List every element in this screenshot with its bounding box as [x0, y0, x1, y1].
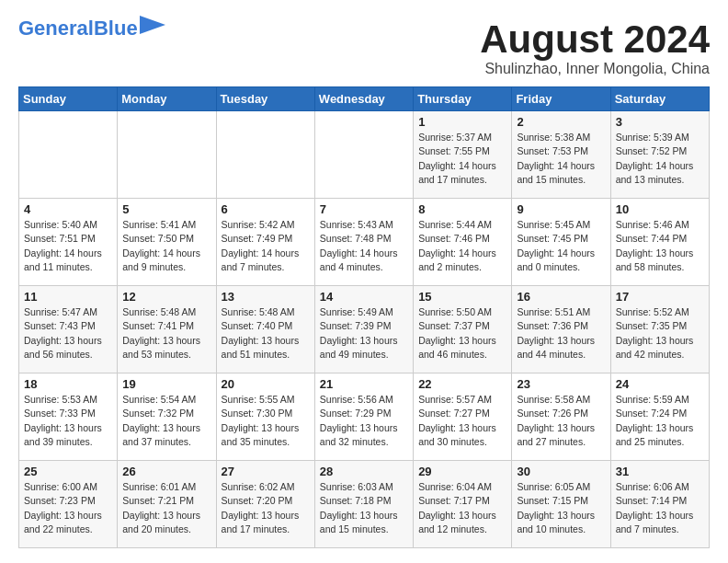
day-number: 21 [320, 377, 408, 391]
weekday-header-saturday: Saturday [610, 87, 709, 111]
calendar-cell: 13Sunrise: 5:48 AMSunset: 7:40 PMDayligh… [216, 286, 314, 373]
calendar-cell: 6Sunrise: 5:42 AMSunset: 7:49 PMDaylight… [216, 199, 314, 286]
day-info: Sunrise: 5:50 AMSunset: 7:37 PMDaylight:… [418, 305, 506, 362]
day-number: 6 [222, 202, 310, 216]
day-info: Sunrise: 6:05 AMSunset: 7:15 PMDaylight:… [517, 480, 605, 536]
calendar-cell: 14Sunrise: 5:49 AMSunset: 7:39 PMDayligh… [314, 286, 413, 373]
day-info: Sunrise: 5:54 AMSunset: 7:32 PMDaylight:… [122, 393, 210, 449]
day-number: 10 [616, 202, 704, 216]
day-number: 30 [517, 465, 605, 478]
weekday-header-friday: Friday [512, 87, 610, 111]
day-info: Sunrise: 5:57 AMSunset: 7:27 PMDaylight:… [418, 393, 506, 449]
calendar-cell: 26Sunrise: 6:01 AMSunset: 7:21 PMDayligh… [118, 461, 216, 548]
location-subtitle: Shulinzhao, Inner Mongolia, China [480, 61, 710, 77]
day-info: Sunrise: 5:56 AMSunset: 7:29 PMDaylight:… [320, 393, 408, 449]
svg-marker-0 [140, 16, 165, 34]
day-number: 7 [320, 202, 408, 216]
calendar-cell: 4Sunrise: 5:40 AMSunset: 7:51 PMDaylight… [19, 199, 118, 286]
calendar-cell: 29Sunrise: 6:04 AMSunset: 7:17 PMDayligh… [414, 461, 512, 548]
day-number: 3 [616, 115, 704, 129]
day-number: 13 [222, 290, 310, 304]
weekday-header-thursday: Thursday [414, 87, 512, 111]
logo: GeneralBlue [18, 18, 165, 39]
day-number: 2 [517, 115, 605, 129]
calendar-cell: 20Sunrise: 5:55 AMSunset: 7:30 PMDayligh… [216, 373, 314, 461]
calendar-cell: 7Sunrise: 5:43 AMSunset: 7:48 PMDaylight… [314, 199, 413, 286]
day-number: 28 [320, 465, 408, 478]
day-number: 29 [418, 465, 506, 478]
calendar-week-row: 25Sunrise: 6:00 AMSunset: 7:23 PMDayligh… [19, 461, 710, 548]
calendar-cell [19, 111, 118, 199]
day-info: Sunrise: 6:02 AMSunset: 7:20 PMDaylight:… [222, 480, 310, 536]
day-number: 12 [122, 290, 210, 304]
day-info: Sunrise: 5:49 AMSunset: 7:39 PMDaylight:… [320, 305, 408, 362]
day-number: 17 [616, 290, 704, 304]
day-number: 20 [222, 377, 310, 391]
calendar-cell: 9Sunrise: 5:45 AMSunset: 7:45 PMDaylight… [512, 199, 610, 286]
calendar-header-row: SundayMondayTuesdayWednesdayThursdayFrid… [19, 87, 710, 111]
calendar-cell: 12Sunrise: 5:48 AMSunset: 7:41 PMDayligh… [118, 286, 216, 373]
day-info: Sunrise: 5:37 AMSunset: 7:55 PMDaylight:… [418, 131, 506, 187]
day-number: 1 [418, 115, 506, 129]
calendar-cell: 19Sunrise: 5:54 AMSunset: 7:32 PMDayligh… [118, 373, 216, 461]
calendar-cell [216, 111, 314, 199]
day-info: Sunrise: 5:52 AMSunset: 7:35 PMDaylight:… [616, 305, 704, 362]
day-info: Sunrise: 5:38 AMSunset: 7:53 PMDaylight:… [517, 131, 605, 187]
calendar-cell: 1Sunrise: 5:37 AMSunset: 7:55 PMDaylight… [414, 111, 512, 199]
day-info: Sunrise: 5:53 AMSunset: 7:33 PMDaylight:… [24, 393, 112, 449]
day-number: 14 [320, 290, 408, 304]
day-number: 26 [122, 465, 210, 478]
calendar-cell: 22Sunrise: 5:57 AMSunset: 7:27 PMDayligh… [414, 373, 512, 461]
day-number: 15 [418, 290, 506, 304]
calendar-cell: 27Sunrise: 6:02 AMSunset: 7:20 PMDayligh… [216, 461, 314, 548]
day-info: Sunrise: 5:58 AMSunset: 7:26 PMDaylight:… [517, 393, 605, 449]
day-number: 11 [24, 290, 112, 304]
calendar-week-row: 11Sunrise: 5:47 AMSunset: 7:43 PMDayligh… [19, 286, 710, 373]
calendar-cell: 28Sunrise: 6:03 AMSunset: 7:18 PMDayligh… [314, 461, 413, 548]
calendar-cell: 10Sunrise: 5:46 AMSunset: 7:44 PMDayligh… [610, 199, 709, 286]
calendar-cell: 17Sunrise: 5:52 AMSunset: 7:35 PMDayligh… [610, 286, 709, 373]
calendar-cell: 2Sunrise: 5:38 AMSunset: 7:53 PMDaylight… [512, 111, 610, 199]
weekday-header-wednesday: Wednesday [314, 87, 413, 111]
day-info: Sunrise: 5:43 AMSunset: 7:48 PMDaylight:… [320, 218, 408, 274]
day-info: Sunrise: 6:04 AMSunset: 7:17 PMDaylight:… [418, 480, 506, 536]
weekday-header-tuesday: Tuesday [216, 87, 314, 111]
day-number: 31 [616, 465, 704, 478]
day-number: 9 [517, 202, 605, 216]
calendar-cell [118, 111, 216, 199]
calendar-cell: 25Sunrise: 6:00 AMSunset: 7:23 PMDayligh… [19, 461, 118, 548]
calendar-cell: 21Sunrise: 5:56 AMSunset: 7:29 PMDayligh… [314, 373, 413, 461]
calendar-table: SundayMondayTuesdayWednesdayThursdayFrid… [18, 86, 710, 548]
month-title: August 2024 [480, 18, 710, 61]
calendar-cell: 24Sunrise: 5:59 AMSunset: 7:24 PMDayligh… [610, 373, 709, 461]
calendar-cell: 8Sunrise: 5:44 AMSunset: 7:46 PMDaylight… [414, 199, 512, 286]
day-info: Sunrise: 6:00 AMSunset: 7:23 PMDaylight:… [24, 480, 112, 536]
day-info: Sunrise: 5:44 AMSunset: 7:46 PMDaylight:… [418, 218, 506, 274]
page-header: GeneralBlue August 2024 Shulinzhao, Inne… [18, 18, 710, 77]
logo-text: GeneralBlue [18, 18, 138, 39]
logo-arrow-icon [140, 16, 165, 34]
day-info: Sunrise: 5:41 AMSunset: 7:50 PMDaylight:… [122, 218, 210, 274]
day-info: Sunrise: 6:01 AMSunset: 7:21 PMDaylight:… [122, 480, 210, 536]
title-area: August 2024 Shulinzhao, Inner Mongolia, … [480, 18, 710, 77]
day-number: 22 [418, 377, 506, 391]
weekday-header-sunday: Sunday [19, 87, 118, 111]
calendar-week-row: 18Sunrise: 5:53 AMSunset: 7:33 PMDayligh… [19, 373, 710, 461]
day-info: Sunrise: 6:06 AMSunset: 7:14 PMDaylight:… [616, 480, 704, 536]
weekday-header-monday: Monday [118, 87, 216, 111]
day-info: Sunrise: 5:45 AMSunset: 7:45 PMDaylight:… [517, 218, 605, 274]
day-info: Sunrise: 5:55 AMSunset: 7:30 PMDaylight:… [222, 393, 310, 449]
calendar-cell: 11Sunrise: 5:47 AMSunset: 7:43 PMDayligh… [19, 286, 118, 373]
calendar-cell: 16Sunrise: 5:51 AMSunset: 7:36 PMDayligh… [512, 286, 610, 373]
day-info: Sunrise: 5:40 AMSunset: 7:51 PMDaylight:… [24, 218, 112, 274]
day-info: Sunrise: 5:39 AMSunset: 7:52 PMDaylight:… [616, 131, 704, 187]
day-number: 23 [517, 377, 605, 391]
day-info: Sunrise: 5:48 AMSunset: 7:40 PMDaylight:… [222, 305, 310, 362]
calendar-cell: 31Sunrise: 6:06 AMSunset: 7:14 PMDayligh… [610, 461, 709, 548]
day-number: 18 [24, 377, 112, 391]
day-number: 16 [517, 290, 605, 304]
day-number: 27 [222, 465, 310, 478]
day-number: 4 [24, 202, 112, 216]
calendar-cell: 5Sunrise: 5:41 AMSunset: 7:50 PMDaylight… [118, 199, 216, 286]
day-number: 19 [122, 377, 210, 391]
